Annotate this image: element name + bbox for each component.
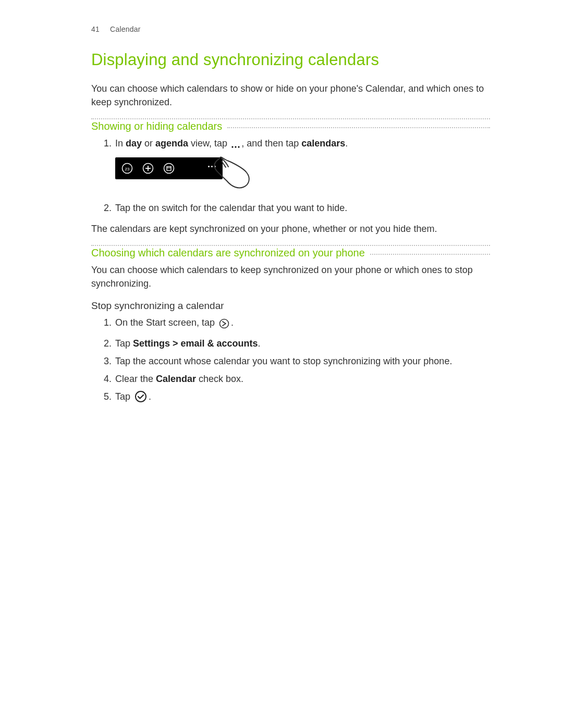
svg-point-1 — [235, 146, 237, 147]
step-text: . — [258, 338, 261, 349]
calendar-date-icon: 23 — [121, 163, 133, 174]
step-item: In day or agenda view, tap , and then ta… — [114, 137, 490, 197]
step-item: Tap the account whose calendar you want … — [114, 354, 490, 368]
step-item: Tap Settings > email & accounts. — [114, 337, 490, 350]
step-text: , and then tap — [241, 138, 301, 149]
section-intro: You can choose which calendars to keep s… — [91, 263, 490, 290]
step-text: . — [345, 138, 348, 149]
document-page: 41 Calendar Displaying and synchronizing… — [0, 0, 563, 728]
step-text: . — [231, 317, 234, 328]
step-item: Tap the on switch for the calendar that … — [114, 201, 490, 215]
section-heading-block: Choosing which calendars are synchronize… — [91, 245, 490, 259]
sub-heading: Stop synchronizing a calendar — [91, 300, 490, 312]
divider — [91, 118, 490, 119]
check-circle-icon — [134, 390, 147, 406]
step-text: check box. — [196, 374, 243, 384]
ui-term: calendars — [301, 138, 345, 149]
arrow-right-icon — [219, 318, 229, 332]
step-text: view, tap — [188, 138, 230, 149]
intro-paragraph: You can choose which calendars to show o… — [91, 82, 490, 109]
hand-tap-icon — [211, 155, 252, 197]
today-icon — [163, 163, 175, 174]
step-text: Tap — [115, 391, 133, 402]
add-icon — [142, 163, 154, 174]
section-note: The calendars are kept synchronized on y… — [91, 222, 490, 236]
ui-term: day — [126, 138, 142, 149]
divider — [370, 254, 490, 255]
phone-menu-bar: 23 — [115, 157, 223, 179]
ui-term: agenda — [155, 138, 188, 149]
svg-rect-9 — [167, 167, 171, 171]
section-heading: Showing or hiding calendars — [91, 120, 222, 132]
svg-point-8 — [164, 164, 174, 174]
section-heading: Choosing which calendars are synchronize… — [91, 247, 365, 259]
step-text: Clear the — [115, 374, 156, 384]
divider — [227, 127, 490, 128]
ordered-steps: On the Start screen, tap . Tap Settings … — [91, 316, 490, 406]
section-heading-block: Showing or hiding calendars — [91, 118, 490, 132]
svg-point-2 — [238, 146, 240, 147]
illustration: 23 — [115, 157, 490, 197]
step-text: . — [149, 391, 151, 402]
step-text: or — [142, 138, 155, 149]
svg-point-11 — [220, 319, 229, 328]
ui-term: Calendar — [156, 374, 196, 384]
step-item: On the Start screen, tap . — [114, 316, 490, 332]
step-item: Tap . — [114, 390, 490, 406]
step-text: On the Start screen, tap — [115, 317, 217, 328]
ui-term: Settings > email & accounts — [133, 338, 258, 349]
svg-text:23: 23 — [125, 167, 130, 171]
step-text: Tap — [115, 338, 133, 349]
section-name: Calendar — [110, 25, 140, 33]
step-item: Clear the Calendar check box. — [114, 372, 490, 386]
svg-point-0 — [232, 146, 234, 147]
page-title: Displaying and synchronizing calendars — [91, 50, 490, 70]
divider — [91, 245, 490, 246]
svg-point-12 — [136, 391, 146, 402]
page-number: 41 — [91, 25, 108, 33]
running-header: 41 Calendar — [91, 25, 490, 33]
step-text: In — [115, 138, 126, 149]
ordered-steps: In day or agenda view, tap , and then ta… — [91, 137, 490, 215]
more-options-icon — [231, 140, 240, 153]
